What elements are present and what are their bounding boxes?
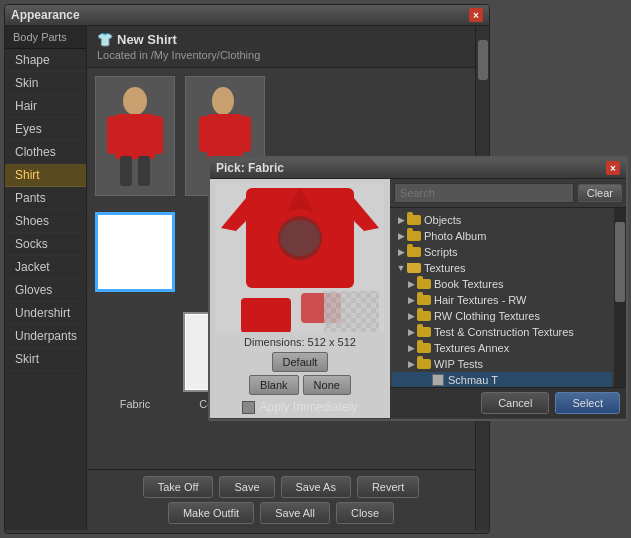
fabric-preview: Dimensions: 512 x 512 Default Blank None… (210, 179, 390, 418)
search-row: Clear (390, 179, 626, 208)
item-location: Located in /My Inventory/Clothing (97, 49, 465, 61)
tree-label-rw-clothing: RW Clothing Textures (434, 310, 540, 322)
sidebar-item-underpants[interactable]: Underpants (5, 325, 86, 348)
tree-item-textures-annex[interactable]: ▶ Textures Annex (392, 340, 612, 356)
tree-arrow-photo-album: ▶ (396, 231, 406, 241)
apply-row: Apply Immediately (242, 400, 357, 414)
svg-rect-7 (207, 114, 243, 159)
save-as-button[interactable]: Save As (281, 476, 351, 498)
folder-icon-book (416, 278, 432, 290)
tree-label-wip: WIP Tests (434, 358, 483, 370)
sidebar-item-eyes[interactable]: Eyes (5, 118, 86, 141)
save-all-button[interactable]: Save All (260, 502, 330, 524)
revert-button[interactable]: Revert (357, 476, 419, 498)
folder-icon-objects (406, 214, 422, 226)
tree-label-annex: Textures Annex (434, 342, 509, 354)
tree-label-schmau: Schmau T (448, 374, 498, 386)
tree-item-objects[interactable]: ▶ Objects (392, 212, 612, 228)
svg-rect-23 (324, 291, 379, 332)
file-tree-panel: Clear ▶ Objects ▶ Photo Album (390, 179, 626, 418)
shirt-icon: 👕 (97, 32, 113, 47)
sidebar-item-shirt[interactable]: Shirt (5, 164, 86, 187)
fabric-buttons: Default (272, 352, 329, 372)
tree-label-hair: Hair Textures - RW (434, 294, 527, 306)
svg-rect-8 (199, 116, 211, 152)
folder-icon-textures (406, 262, 422, 274)
sidebar-item-shoes[interactable]: Shoes (5, 210, 86, 233)
button-row-2: Make Outfit Save All Close (95, 502, 467, 524)
pick-fabric-dialog: Pick: Fabric × (208, 156, 628, 421)
take-off-button[interactable]: Take Off (143, 476, 214, 498)
tree-item-photo-album[interactable]: ▶ Photo Album (392, 228, 612, 244)
fabric-image (216, 183, 384, 332)
sidebar-item-jacket[interactable]: Jacket (5, 256, 86, 279)
tree-item-textures[interactable]: ▼ Textures (392, 260, 612, 276)
make-outfit-button[interactable]: Make Outfit (168, 502, 254, 524)
save-button[interactable]: Save (219, 476, 274, 498)
cancel-button[interactable]: Cancel (481, 392, 549, 414)
pick-fabric-titlebar: Pick: Fabric × (210, 158, 626, 179)
fabric-dimensions: Dimensions: 512 x 512 (244, 336, 356, 348)
tree-arrow-annex: ▶ (406, 343, 416, 353)
folder-icon-test (416, 326, 432, 338)
tree-arrow-objects: ▶ (396, 215, 406, 225)
appearance-title: Appearance (11, 8, 80, 22)
sidebar-item-undershirt[interactable]: Undershirt (5, 302, 86, 325)
pick-fabric-close-button[interactable]: × (606, 161, 620, 175)
tree-arrow-scripts: ▶ (396, 247, 406, 257)
tree-arrow-textures: ▼ (396, 263, 406, 273)
tree-item-test-construction[interactable]: ▶ Test & Construction Textures (392, 324, 612, 340)
appearance-titlebar: Appearance × (5, 5, 489, 26)
tree-label-photo-album: Photo Album (424, 230, 486, 242)
sidebar-item-hair[interactable]: Hair (5, 95, 86, 118)
clear-button[interactable]: Clear (578, 184, 622, 202)
tree-item-scripts[interactable]: ▶ Scripts (392, 244, 612, 260)
select-button[interactable]: Select (555, 392, 620, 414)
folder-icon-annex (416, 342, 432, 354)
sidebar-item-gloves[interactable]: Gloves (5, 279, 86, 302)
scroll-thumb (478, 40, 488, 80)
tree-container: ▶ Objects ▶ Photo Album ▶ Scripts (390, 208, 626, 387)
svg-rect-9 (239, 116, 251, 152)
svg-rect-2 (107, 116, 121, 154)
sidebar-item-shape[interactable]: Shape (5, 49, 86, 72)
sidebar-item-clothes[interactable]: Clothes (5, 141, 86, 164)
folder-icon-scripts (406, 246, 422, 258)
tree-item-book-textures[interactable]: ▶ Book Textures (392, 276, 612, 292)
sidebar-item-skirt[interactable]: Skirt (5, 348, 86, 371)
appearance-close-button[interactable]: × (469, 8, 483, 22)
fabric-texture-slot[interactable] (95, 212, 175, 292)
default-button[interactable]: Default (272, 352, 329, 372)
svg-rect-4 (120, 156, 132, 186)
tree-item-schmau-t[interactable]: ▶ Schmau T (392, 372, 612, 387)
sidebar-item-skin[interactable]: Skin (5, 72, 86, 95)
blank-button[interactable]: Blank (249, 375, 299, 395)
svg-point-20 (280, 220, 320, 256)
dialog-footer: Cancel Select (390, 387, 626, 418)
tree-arrow-wip: ▶ (406, 359, 416, 369)
sidebar-item-socks[interactable]: Socks (5, 233, 86, 256)
button-row-1: Take Off Save Save As Revert (95, 476, 467, 498)
none-button[interactable]: None (303, 375, 351, 395)
tree-scrollbar[interactable] (614, 208, 626, 387)
tree-scroll-thumb (615, 222, 625, 302)
tree-item-rw-clothing[interactable]: ▶ RW Clothing Textures (392, 308, 612, 324)
tree-arrow-test: ▶ (406, 327, 416, 337)
file-tree: ▶ Objects ▶ Photo Album ▶ Scripts (390, 208, 614, 387)
tree-label-objects: Objects (424, 214, 461, 226)
tree-label-test: Test & Construction Textures (434, 326, 574, 338)
search-input[interactable] (394, 183, 574, 203)
tree-item-hair-textures[interactable]: ▶ Hair Textures - RW (392, 292, 612, 308)
bottom-buttons: Take Off Save Save As Revert Make Outfit… (87, 469, 475, 530)
sidebar-section-title: Body Parts (5, 26, 86, 49)
apply-checkbox[interactable] (242, 401, 255, 414)
svg-point-0 (123, 87, 147, 115)
folder-icon-rw-clothing (416, 310, 432, 322)
tree-item-wip-tests[interactable]: ▶ WIP Tests (392, 356, 612, 372)
tree-label-textures: Textures (424, 262, 466, 274)
sidebar-item-pants[interactable]: Pants (5, 187, 86, 210)
sidebar: Body Parts Shape Skin Hair Eyes Clothes … (5, 26, 87, 530)
svg-rect-5 (138, 156, 150, 186)
tree-label-book: Book Textures (434, 278, 504, 290)
close-button[interactable]: Close (336, 502, 394, 524)
